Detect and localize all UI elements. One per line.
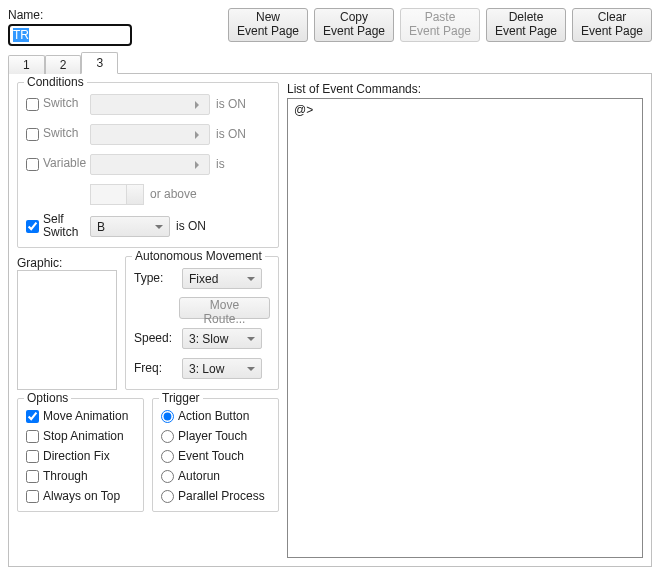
delete-event-page-button[interactable]: DeleteEvent Page [486, 8, 566, 42]
conditions-legend: Conditions [24, 75, 87, 89]
name-input[interactable] [8, 24, 132, 46]
variable-checkbox[interactable]: Variable [26, 157, 84, 170]
self-switch-checkbox[interactable]: Self Switch [26, 213, 84, 239]
trigger-event-touch[interactable]: Event Touch [161, 449, 270, 463]
graphic-label: Graphic: [17, 256, 117, 270]
name-label: Name: [8, 8, 132, 22]
conditions-group: Conditions Switch is ON Switch is ON Var… [17, 82, 279, 248]
autonomous-movement-group: Autonomous Movement Type: Fixed Move Rou… [125, 256, 279, 390]
trigger-group: Trigger Action Button Player Touch Event… [152, 398, 279, 512]
switch2-tail: is ON [216, 127, 264, 141]
trigger-player-touch[interactable]: Player Touch [161, 429, 270, 443]
always-on-top-checkbox[interactable]: Always on Top [26, 489, 135, 503]
self-switch-tail: is ON [176, 219, 224, 233]
or-above-label: or above [150, 187, 197, 201]
copy-event-page-button[interactable]: CopyEvent Page [314, 8, 394, 42]
self-switch-select[interactable]: B [90, 216, 170, 237]
variable-select[interactable] [90, 154, 210, 175]
paste-event-page-button: PasteEvent Page [400, 8, 480, 42]
trigger-legend: Trigger [159, 391, 203, 405]
switch1-tail: is ON [216, 97, 264, 111]
through-checkbox[interactable]: Through [26, 469, 135, 483]
tab-3[interactable]: 3 [81, 52, 118, 74]
autonomous-legend: Autonomous Movement [132, 249, 265, 263]
commands-label: List of Event Commands: [287, 82, 643, 96]
switch2-select[interactable] [90, 124, 210, 145]
speed-select[interactable]: 3: Slow [182, 328, 262, 349]
graphic-box[interactable] [17, 270, 117, 390]
event-commands-list[interactable]: @> [287, 98, 643, 558]
new-event-page-button[interactable]: NewEvent Page [228, 8, 308, 42]
trigger-parallel-process[interactable]: Parallel Process [161, 489, 270, 503]
options-group: Options Move Animation Stop Animation Di… [17, 398, 144, 512]
switch1-select[interactable] [90, 94, 210, 115]
page-tabs: 1 2 3 [8, 52, 652, 74]
options-legend: Options [24, 391, 71, 405]
tab-1[interactable]: 1 [8, 55, 45, 74]
variable-value-spinner[interactable] [90, 184, 144, 205]
command-line[interactable]: @> [294, 103, 636, 117]
move-route-button: Move Route... [179, 297, 270, 319]
tab-2[interactable]: 2 [45, 55, 82, 74]
trigger-autorun[interactable]: Autorun [161, 469, 270, 483]
switch1-checkbox[interactable]: Switch [26, 97, 84, 110]
type-label: Type: [134, 271, 176, 285]
speed-label: Speed: [134, 331, 176, 345]
freq-select[interactable]: 3: Low [182, 358, 262, 379]
freq-label: Freq: [134, 361, 176, 375]
stop-animation-checkbox[interactable]: Stop Animation [26, 429, 135, 443]
type-select[interactable]: Fixed [182, 268, 262, 289]
direction-fix-checkbox[interactable]: Direction Fix [26, 449, 135, 463]
move-animation-checkbox[interactable]: Move Animation [26, 409, 135, 423]
trigger-action-button[interactable]: Action Button [161, 409, 270, 423]
clear-event-page-button[interactable]: ClearEvent Page [572, 8, 652, 42]
variable-tail: is [216, 157, 264, 171]
switch2-checkbox[interactable]: Switch [26, 127, 84, 140]
